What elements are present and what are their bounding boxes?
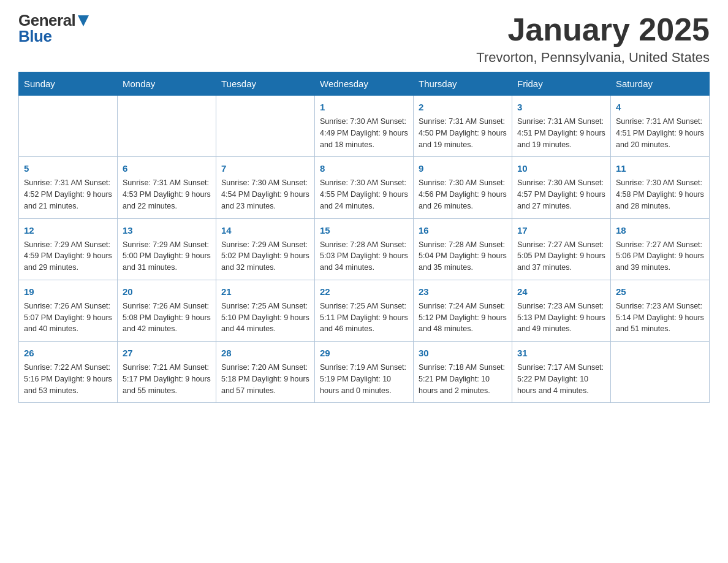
day-info: Sunrise: 7:31 AM Sunset: 4:51 PM Dayligh…	[517, 116, 605, 150]
day-number: 24	[517, 285, 605, 298]
day-info: Sunrise: 7:26 AM Sunset: 5:08 PM Dayligh…	[123, 301, 211, 335]
day-number: 8	[320, 162, 408, 175]
day-number: 27	[123, 347, 211, 359]
day-number: 19	[24, 285, 112, 298]
day-number: 20	[123, 285, 211, 298]
day-number: 13	[123, 224, 211, 237]
day-info: Sunrise: 7:20 AM Sunset: 5:18 PM Dayligh…	[221, 362, 309, 396]
day-info: Sunrise: 7:31 AM Sunset: 4:53 PM Dayligh…	[123, 177, 211, 212]
days-of-week-row: SundayMondayTuesdayWednesdayThursdayFrid…	[19, 72, 710, 96]
day-info: Sunrise: 7:31 AM Sunset: 4:52 PM Dayligh…	[24, 177, 112, 212]
calendar-week-2: 5Sunrise: 7:31 AM Sunset: 4:52 PM Daylig…	[19, 157, 710, 218]
calendar-header: SundayMondayTuesdayWednesdayThursdayFrid…	[19, 72, 710, 96]
calendar-cell: 10Sunrise: 7:30 AM Sunset: 4:57 PM Dayli…	[512, 157, 611, 218]
day-number: 23	[419, 285, 507, 298]
calendar-cell: 14Sunrise: 7:29 AM Sunset: 5:02 PM Dayli…	[216, 218, 315, 280]
calendar-cell: 24Sunrise: 7:23 AM Sunset: 5:13 PM Dayli…	[512, 280, 611, 341]
day-info: Sunrise: 7:31 AM Sunset: 4:51 PM Dayligh…	[616, 116, 704, 150]
day-number: 22	[320, 285, 408, 298]
day-info: Sunrise: 7:23 AM Sunset: 5:14 PM Dayligh…	[616, 301, 704, 335]
calendar-cell: 21Sunrise: 7:25 AM Sunset: 5:10 PM Dayli…	[216, 280, 315, 341]
calendar-cell: 9Sunrise: 7:30 AM Sunset: 4:56 PM Daylig…	[414, 157, 512, 218]
day-info: Sunrise: 7:24 AM Sunset: 5:12 PM Dayligh…	[419, 301, 507, 335]
day-header-wednesday: Wednesday	[315, 72, 414, 96]
day-number: 31	[517, 347, 605, 359]
calendar-week-3: 12Sunrise: 7:29 AM Sunset: 4:59 PM Dayli…	[19, 218, 710, 280]
day-info: Sunrise: 7:25 AM Sunset: 5:10 PM Dayligh…	[221, 301, 309, 335]
day-number: 17	[517, 224, 605, 237]
day-number: 28	[221, 347, 309, 359]
day-info: Sunrise: 7:29 AM Sunset: 4:59 PM Dayligh…	[24, 239, 112, 274]
day-number: 7	[221, 162, 309, 175]
month-title: January 2025	[476, 12, 710, 47]
calendar-week-5: 26Sunrise: 7:22 AM Sunset: 5:16 PM Dayli…	[19, 342, 710, 403]
logo: General Blue	[18, 12, 89, 44]
day-info: Sunrise: 7:29 AM Sunset: 5:02 PM Dayligh…	[221, 239, 309, 274]
calendar-cell: 8Sunrise: 7:30 AM Sunset: 4:55 PM Daylig…	[315, 157, 414, 218]
logo-general-text: General	[18, 12, 75, 28]
day-info: Sunrise: 7:21 AM Sunset: 5:17 PM Dayligh…	[123, 362, 211, 396]
location-subtitle: Trevorton, Pennsylvania, United States	[476, 50, 710, 66]
day-number: 10	[517, 162, 605, 175]
calendar-cell: 1Sunrise: 7:30 AM Sunset: 4:49 PM Daylig…	[315, 96, 414, 157]
page-header: General Blue January 2025 Trevorton, Pen…	[18, 12, 710, 66]
day-info: Sunrise: 7:29 AM Sunset: 5:00 PM Dayligh…	[123, 239, 211, 274]
calendar-cell: 31Sunrise: 7:17 AM Sunset: 5:22 PM Dayli…	[512, 342, 611, 403]
day-number: 14	[221, 224, 309, 237]
calendar-cell: 23Sunrise: 7:24 AM Sunset: 5:12 PM Dayli…	[414, 280, 512, 341]
calendar-cell: 27Sunrise: 7:21 AM Sunset: 5:17 PM Dayli…	[118, 342, 216, 403]
day-header-sunday: Sunday	[19, 72, 118, 96]
day-info: Sunrise: 7:30 AM Sunset: 4:58 PM Dayligh…	[616, 177, 704, 212]
calendar-cell: 29Sunrise: 7:19 AM Sunset: 5:19 PM Dayli…	[315, 342, 414, 403]
day-info: Sunrise: 7:23 AM Sunset: 5:13 PM Dayligh…	[517, 301, 605, 335]
calendar-cell: 25Sunrise: 7:23 AM Sunset: 5:14 PM Dayli…	[611, 280, 710, 341]
calendar-cell	[611, 342, 710, 403]
day-info: Sunrise: 7:30 AM Sunset: 4:56 PM Dayligh…	[419, 177, 507, 212]
logo-blue-text: Blue	[18, 27, 51, 45]
day-info: Sunrise: 7:28 AM Sunset: 5:04 PM Dayligh…	[419, 239, 507, 274]
day-info: Sunrise: 7:26 AM Sunset: 5:07 PM Dayligh…	[24, 301, 112, 335]
day-info: Sunrise: 7:22 AM Sunset: 5:16 PM Dayligh…	[24, 362, 112, 396]
calendar-cell: 4Sunrise: 7:31 AM Sunset: 4:51 PM Daylig…	[611, 96, 710, 157]
calendar-cell: 11Sunrise: 7:30 AM Sunset: 4:58 PM Dayli…	[611, 157, 710, 218]
day-header-saturday: Saturday	[611, 72, 710, 96]
logo-arrow-icon	[78, 15, 89, 26]
day-number: 29	[320, 347, 408, 359]
day-number: 16	[419, 224, 507, 237]
calendar-cell: 22Sunrise: 7:25 AM Sunset: 5:11 PM Dayli…	[315, 280, 414, 341]
calendar-cell: 26Sunrise: 7:22 AM Sunset: 5:16 PM Dayli…	[19, 342, 118, 403]
calendar-cell: 2Sunrise: 7:31 AM Sunset: 4:50 PM Daylig…	[414, 96, 512, 157]
day-header-monday: Monday	[118, 72, 216, 96]
day-info: Sunrise: 7:30 AM Sunset: 4:55 PM Dayligh…	[320, 177, 408, 212]
calendar-body: 1Sunrise: 7:30 AM Sunset: 4:49 PM Daylig…	[19, 96, 710, 403]
day-header-thursday: Thursday	[414, 72, 512, 96]
calendar-cell: 15Sunrise: 7:28 AM Sunset: 5:03 PM Dayli…	[315, 218, 414, 280]
day-info: Sunrise: 7:30 AM Sunset: 4:49 PM Dayligh…	[320, 116, 408, 150]
day-number: 12	[24, 224, 112, 237]
day-header-friday: Friday	[512, 72, 611, 96]
calendar-cell: 16Sunrise: 7:28 AM Sunset: 5:04 PM Dayli…	[414, 218, 512, 280]
calendar-week-4: 19Sunrise: 7:26 AM Sunset: 5:07 PM Dayli…	[19, 280, 710, 341]
day-number: 3	[517, 101, 605, 113]
calendar-cell	[118, 96, 216, 157]
day-info: Sunrise: 7:31 AM Sunset: 4:50 PM Dayligh…	[419, 116, 507, 150]
calendar-cell: 3Sunrise: 7:31 AM Sunset: 4:51 PM Daylig…	[512, 96, 611, 157]
day-info: Sunrise: 7:18 AM Sunset: 5:21 PM Dayligh…	[419, 362, 507, 396]
calendar-cell	[19, 96, 118, 157]
day-number: 11	[616, 162, 704, 175]
day-number: 25	[616, 285, 704, 298]
calendar-cell: 7Sunrise: 7:30 AM Sunset: 4:54 PM Daylig…	[216, 157, 315, 218]
day-number: 18	[616, 224, 704, 237]
calendar-cell: 20Sunrise: 7:26 AM Sunset: 5:08 PM Dayli…	[118, 280, 216, 341]
calendar-cell: 18Sunrise: 7:27 AM Sunset: 5:06 PM Dayli…	[611, 218, 710, 280]
day-info: Sunrise: 7:28 AM Sunset: 5:03 PM Dayligh…	[320, 239, 408, 274]
calendar-week-1: 1Sunrise: 7:30 AM Sunset: 4:49 PM Daylig…	[19, 96, 710, 157]
title-area: January 2025 Trevorton, Pennsylvania, Un…	[476, 12, 710, 66]
day-info: Sunrise: 7:27 AM Sunset: 5:06 PM Dayligh…	[616, 239, 704, 274]
calendar-cell: 28Sunrise: 7:20 AM Sunset: 5:18 PM Dayli…	[216, 342, 315, 403]
day-info: Sunrise: 7:17 AM Sunset: 5:22 PM Dayligh…	[517, 362, 605, 396]
day-number: 21	[221, 285, 309, 298]
day-info: Sunrise: 7:30 AM Sunset: 4:57 PM Dayligh…	[517, 177, 605, 212]
svg-marker-0	[78, 15, 89, 26]
day-info: Sunrise: 7:25 AM Sunset: 5:11 PM Dayligh…	[320, 301, 408, 335]
